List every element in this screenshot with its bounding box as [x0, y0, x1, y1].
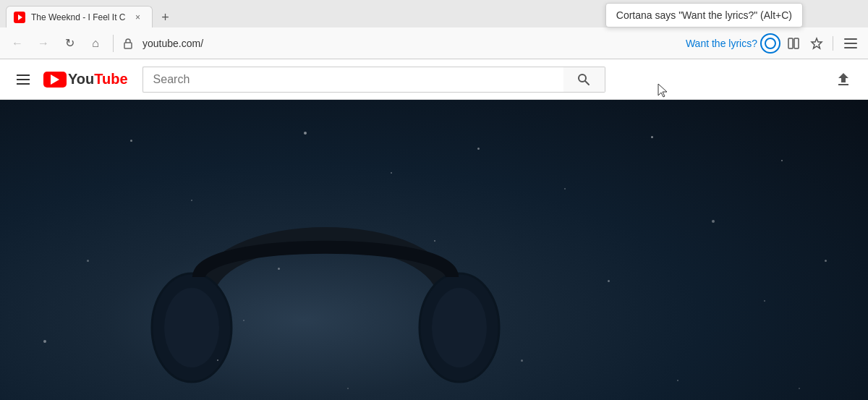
lock-icon — [119, 35, 137, 52]
youtube-logo-icon — [43, 72, 67, 88]
active-tab[interactable]: The Weeknd - I Feel It C × — [6, 6, 153, 27]
headphone-svg — [72, 122, 579, 400]
tab-favicon — [14, 12, 25, 23]
hamburger-line-2 — [844, 43, 857, 44]
video-content — [0, 100, 868, 400]
forward-button[interactable]: → — [32, 32, 55, 55]
youtube-search-container — [142, 67, 605, 93]
new-tab-button[interactable]: + — [156, 7, 176, 27]
nav-divider — [113, 35, 114, 52]
svg-point-10 — [164, 288, 219, 367]
refresh-button[interactable]: ↻ — [58, 32, 81, 55]
tab-close-button[interactable]: × — [132, 11, 145, 24]
svg-line-8 — [585, 81, 589, 85]
svg-rect-3 — [788, 38, 793, 48]
tab-title: The Weeknd - I Feel It C — [31, 12, 126, 22]
want-lyrics-link[interactable]: Want the lyrics? — [686, 38, 757, 49]
menu-line-1 — [17, 75, 30, 76]
youtube-logo[interactable]: YouTube — [43, 71, 128, 88]
address-bar: ← → ↻ ⌂ Want the lyrics? — [0, 27, 868, 59]
youtube-logo-text: YouTube — [68, 71, 128, 88]
youtube-play-triangle — [51, 75, 59, 85]
browser-window: The Weeknd - I Feel It C × + Cortana say… — [0, 0, 868, 400]
youtube-upload-button[interactable] — [830, 67, 856, 93]
home-button[interactable]: ⌂ — [84, 32, 107, 55]
cortana-button-inner — [765, 38, 776, 49]
svg-rect-2 — [124, 43, 132, 48]
hub-menu-button[interactable] — [839, 32, 862, 55]
hamburger-line-3 — [844, 47, 857, 48]
back-button[interactable]: ← — [6, 32, 29, 55]
menu-line-3 — [17, 83, 30, 85]
cortana-tooltip: Cortana says "Want the lyrics?" (Alt+C) — [605, 3, 803, 27]
youtube-logo-you: You — [68, 71, 94, 87]
cortana-button[interactable] — [760, 33, 780, 54]
toolbar-divider — [833, 36, 833, 51]
hamburger-line-1 — [844, 38, 857, 40]
reading-mode-button[interactable] — [783, 33, 804, 54]
youtube-search-input[interactable] — [142, 67, 563, 93]
tab-bar: The Weeknd - I Feel It C × + Cortana say… — [0, 0, 868, 27]
youtube-logo-tube: Tube — [94, 71, 127, 87]
youtube-header: YouTube — [0, 59, 868, 100]
video-background — [0, 100, 868, 400]
menu-line-2 — [17, 79, 30, 80]
url-input[interactable] — [140, 35, 683, 52]
svg-point-12 — [432, 288, 487, 367]
svg-rect-4 — [794, 38, 799, 48]
favorites-button[interactable] — [807, 33, 827, 54]
youtube-search-button[interactable] — [563, 67, 605, 93]
youtube-menu-button[interactable] — [12, 68, 35, 91]
svg-marker-5 — [812, 38, 822, 48]
